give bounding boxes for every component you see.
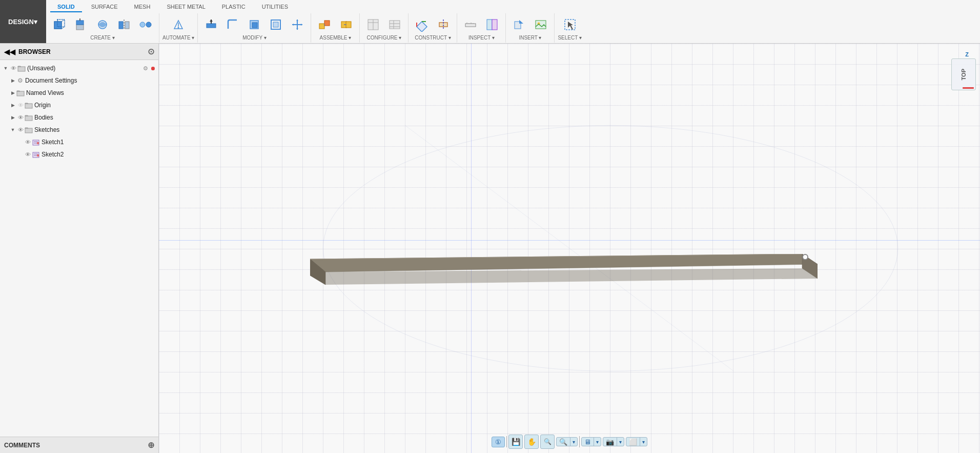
fillet-button[interactable] [222,15,243,34]
visual-style-icon[interactable]: ⬜ [626,438,640,446]
browser-collapse-icon[interactable]: ◀◀ [4,48,15,56]
zoom-dropdown-icon[interactable]: ▾ [570,439,577,445]
svg-rect-53 [492,19,497,30]
push-pull-button[interactable] [201,15,221,34]
svg-rect-61 [25,104,32,108]
doc-settings-expand[interactable]: ▶ [9,77,16,84]
assemble-label[interactable]: ASSEMBLE ▾ [320,35,352,41]
construct-plane-button[interactable] [412,15,432,34]
display-mode-icon[interactable]: 🖥 [582,438,594,446]
tree-item-doc-settings[interactable]: ▶ ⚙ Document Settings [0,74,158,87]
configure-section: CONFIGURE ▾ [360,13,409,43]
new-component-icon [52,17,67,32]
viewport[interactable]: Z TOP ① 💾 ✋ 🔍 🔍 ▾ 🖥 ▾ [159,44,980,453]
root-eye-icon[interactable]: 👁 [9,64,17,72]
select-label[interactable]: SELECT ▾ [558,35,582,41]
construct-label[interactable]: CONSTRUCT ▾ [415,35,451,41]
sketch2-expand[interactable] [16,151,24,158]
automate-button[interactable] [168,15,189,34]
joint-button[interactable] [314,15,335,34]
svg-rect-63 [25,128,32,133]
construct-section: CONSTRUCT ▾ [409,13,457,43]
axis-box: TOP [951,58,976,90]
sketch2-eye-icon[interactable]: 👁 [24,150,32,159]
visual-dropdown[interactable]: ▾ [640,439,647,445]
mirror-button[interactable] [114,15,134,34]
insert-image-button[interactable] [530,15,551,34]
pattern-button[interactable] [135,15,156,34]
automate-label[interactable]: AUTOMATE ▾ [162,35,194,41]
push-pull-icon [204,17,218,32]
tab-solid[interactable]: SOLID [50,2,82,12]
zoom-button[interactable]: 🔍 [540,435,555,449]
pan-button[interactable]: ✋ [524,435,539,449]
svg-rect-11 [125,22,129,29]
origin-folder-icon [25,101,33,109]
new-component-button[interactable] [49,15,70,34]
select-icon [563,17,577,32]
tab-utilities[interactable]: UTILITIES [255,2,295,12]
insert-section: INSERT ▾ [506,13,555,43]
sheet-metal-body[interactable] [310,254,818,291]
configure-label[interactable]: CONFIGURE ▾ [367,35,402,41]
sketch1-eye-icon[interactable]: 👁 [24,138,32,146]
bodies-expand[interactable]: ▶ [9,114,16,121]
tree-item-root[interactable]: ▼ 👁 (Unsaved) ⚙ ⏺ [0,62,158,74]
rigid-group-button[interactable] [336,15,356,34]
sketches-eye-icon[interactable]: 👁 [16,126,25,134]
root-expand-arrow[interactable]: ▼ [2,65,9,72]
sketch1-expand[interactable] [16,139,24,146]
zoom-fit-icon[interactable]: 🔍 [557,438,570,446]
extrude-button[interactable] [71,15,91,34]
move-button[interactable] [287,15,308,34]
sketches-expand[interactable]: ▼ [9,126,16,133]
tree-item-sketches[interactable]: ▼ 👁 Sketches [0,124,158,136]
modify-label[interactable]: MODIFY ▾ [242,35,266,41]
chamfer-button[interactable] [244,15,264,34]
svg-rect-30 [319,24,324,29]
tree-item-sketch2[interactable]: 👁 Sketch2 [0,148,158,161]
tree-item-bodies[interactable]: ▶ 👁 Bodies [0,111,158,124]
configure-params-icon [366,17,380,32]
create-section: CREATE ▾ [46,13,159,43]
configure-table-button[interactable] [384,15,405,34]
construct-axis-button[interactable] [433,15,454,34]
tab-plastic[interactable]: PLASTIC [215,2,253,12]
tree-item-sketch1[interactable]: 👁 Sketch1 [0,136,158,148]
grid-dropdown[interactable]: ▾ [617,439,624,445]
inspect-label[interactable]: INSPECT ▾ [468,35,495,41]
origin-expand[interactable]: ▶ [9,102,16,109]
home-view-icon[interactable]: ① [495,438,501,446]
create-more-button[interactable] [92,15,113,34]
save-view-button[interactable]: 💾 [508,435,523,449]
named-views-expand[interactable]: ▶ [9,89,16,96]
tree-item-named-views[interactable]: ▶ Named Views [0,87,158,99]
root-label: (Unsaved) [27,65,55,72]
origin-eye-icon[interactable]: 👁 [16,101,25,109]
insert-derive-button[interactable] [509,15,529,34]
bodies-eye-icon[interactable]: 👁 [16,113,25,122]
tab-surface[interactable]: SURFACE [84,2,125,12]
shell-button[interactable] [266,15,286,34]
move-icon [290,17,304,32]
inspect-measure-button[interactable] [460,15,481,34]
inspect-section-button[interactable] [482,15,502,34]
root-record-icon[interactable]: ⏺ [149,65,156,72]
comments-label: COMMENTS [4,442,40,449]
root-settings-icon[interactable]: ⚙ [142,65,149,72]
doc-settings-label: Document Settings [25,77,77,84]
configure-params-button[interactable] [363,15,383,34]
tab-mesh[interactable]: MESH [127,2,158,12]
tree-item-origin[interactable]: ▶ 👁 Origin [0,99,158,111]
display-dropdown[interactable]: ▾ [594,439,601,445]
create-label[interactable]: CREATE ▾ [90,35,115,41]
browser-close-icon[interactable]: ⊙ [148,47,154,56]
grid-icon[interactable]: 📷 [603,438,617,446]
design-button[interactable]: DESIGN ▾ [0,0,46,43]
comments-add-icon[interactable]: ⊕ [148,440,154,450]
tab-sheet-metal[interactable]: SHEET METAL [159,2,212,12]
control-handle[interactable] [802,254,808,260]
insert-label[interactable]: INSERT ▾ [519,35,541,41]
select-button[interactable] [560,15,580,34]
svg-point-12 [140,22,145,27]
